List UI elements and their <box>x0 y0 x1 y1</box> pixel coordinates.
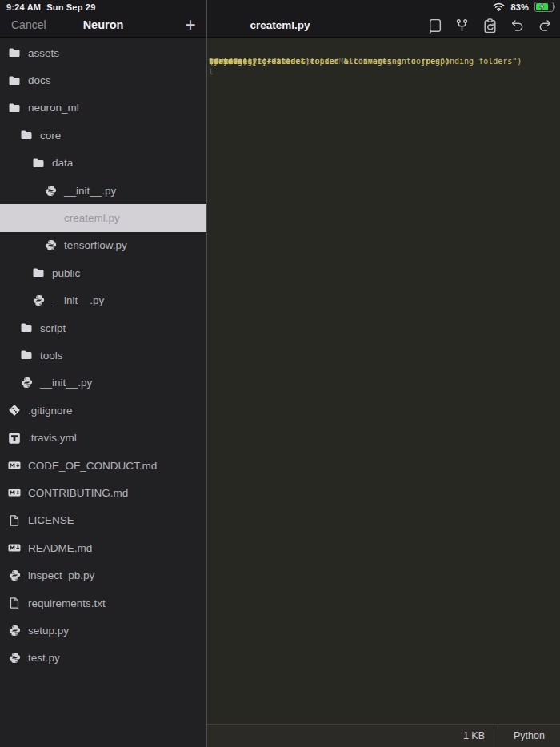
tree-item-assets[interactable]: assets <box>0 39 206 66</box>
folder-icon <box>8 102 21 114</box>
python-icon <box>8 652 21 665</box>
folder-icon <box>20 129 33 142</box>
tree-item-label: public <box>52 267 80 279</box>
tree-item-requirements-txt[interactable]: requirements.txt <box>0 589 206 617</box>
screen: 9:24 AM Sun Sep 29 83% <box>0 0 560 747</box>
folder-icon <box>32 157 45 170</box>
python-icon <box>44 184 57 197</box>
tree-item-contributing-md[interactable]: CONTRIBUTING.md <box>0 479 206 506</box>
folder-icon <box>32 266 45 279</box>
panel-divider <box>206 0 207 747</box>
git-icon <box>8 404 21 417</box>
travis-icon <box>8 432 21 445</box>
clipboard-icon[interactable] <box>481 17 498 34</box>
repository-icon[interactable] <box>426 17 443 34</box>
repo-title: Neuron <box>0 18 206 31</box>
tree-item-core[interactable]: core <box>0 122 206 149</box>
tree-item-label: __init__.py <box>40 377 92 389</box>
tree-item-label: .travis.yml <box>28 432 77 444</box>
tree-item-test-py[interactable]: test.py <box>0 645 206 672</box>
tree-item-label: .gitignore <box>28 405 73 417</box>
tree-item-tensorflow-py[interactable]: tensorflow.py <box>0 232 206 259</box>
add-button[interactable]: + <box>181 14 200 35</box>
python-icon <box>8 569 21 582</box>
tree-item-label: script <box>40 322 66 334</box>
file-tree: assetsdocsneuron_mlcoredata__init__.pycr… <box>0 38 206 747</box>
status-date: Sun Sep 29 <box>46 2 95 12</box>
undo-icon[interactable] <box>509 17 526 34</box>
python-icon <box>8 624 21 637</box>
tree-item-label: data <box>52 157 73 169</box>
tree-item-init-py[interactable]: __init__.py <box>0 177 206 204</box>
tree-item-gitignore[interactable]: .gitignore <box>0 397 206 424</box>
tree-item-label: setup.py <box>28 625 69 637</box>
tree-item-init-py[interactable]: __init__.py <box>0 287 206 314</box>
tree-item-label: README.md <box>28 542 92 554</box>
tree-item-travis-yml[interactable]: .travis.yml <box>0 424 206 451</box>
tree-item-readme-md[interactable]: README.md <box>0 534 206 561</box>
tree-item-label: __init__.py <box>52 294 104 306</box>
tree-item-inspect-pb-py[interactable]: inspect_pb.py <box>0 561 206 589</box>
markdown-icon <box>8 486 21 499</box>
tree-item-label: tools <box>40 350 63 362</box>
tree-item-label: tensorflow.py <box>64 239 127 251</box>
code-line: ccessfully created & copied all images i… <box>206 38 560 67</box>
editor-status-bar: 1 KB Python <box>206 724 560 747</box>
folder-icon <box>20 322 33 334</box>
redo-icon[interactable] <box>536 17 554 34</box>
tree-item-label: neuron_ml <box>28 102 79 114</box>
tree-item-label: CONTRIBUTING.md <box>28 487 128 499</box>
tree-item-label: inspect_pb.py <box>28 569 94 581</box>
python-icon <box>44 239 57 252</box>
tree-item-label: assets <box>28 47 59 59</box>
tree-item-label: docs <box>28 74 51 86</box>
python-icon <box>20 377 33 389</box>
tree-item-init-py[interactable]: __init__.py <box>0 370 206 397</box>
tree-item-tools[interactable]: tools <box>0 342 206 369</box>
tree-item-setup-py[interactable]: setup.py <box>0 617 206 644</box>
tree-item-label: __init__.py <box>64 185 116 197</box>
git-branch-icon[interactable] <box>454 17 471 34</box>
language-selector[interactable]: Python <box>498 730 560 741</box>
markdown-icon <box>8 459 21 472</box>
python-icon <box>44 212 57 225</box>
file-title: createml.py <box>224 19 336 31</box>
status-time: 9:24 AM <box>6 2 41 12</box>
tree-item-label: core <box>40 130 61 142</box>
tree-item-docs[interactable]: docs <box>0 66 206 94</box>
tree-item-createml-py[interactable]: createml.py <box>0 204 206 231</box>
code-line: t <box>209 67 560 78</box>
tree-item-data[interactable]: data <box>0 150 206 177</box>
python-icon <box>32 294 45 307</box>
header: 9:24 AM Sun Sep 29 83% <box>0 0 560 38</box>
markdown-icon <box>8 541 21 554</box>
tree-item-code-of-conduct-md[interactable]: CODE_OF_CONDUCT.md <box>0 452 206 479</box>
file-icon <box>8 597 21 609</box>
tree-item-public[interactable]: public <box>0 259 206 286</box>
folder-icon <box>8 74 21 87</box>
folder-icon <box>8 46 21 59</box>
nav-row: Cancel Neuron + createml.py <box>0 14 560 38</box>
toolbar <box>426 16 554 35</box>
tree-item-neuron-ml[interactable]: neuron_ml <box>0 94 206 122</box>
folder-icon <box>20 349 33 362</box>
tree-item-label: LICENSE <box>28 514 74 526</box>
file-size: 1 KB <box>463 730 485 741</box>
code-editor-pane: --------served-------- verttory) by movi… <box>206 38 560 747</box>
wifi-icon <box>493 2 505 11</box>
tree-item-license[interactable]: LICENSE <box>0 507 206 534</box>
tree-item-label: createml.py <box>64 212 120 224</box>
battery-charging-icon <box>534 2 554 12</box>
tree-item-script[interactable]: script <box>0 314 206 342</box>
battery-percent: 83% <box>510 2 529 12</box>
file-icon <box>8 514 21 527</box>
tree-item-label: test.py <box>28 652 60 664</box>
code-area[interactable]: --------served-------- verttory) by movi… <box>206 38 560 724</box>
status-bar: 9:24 AM Sun Sep 29 83% <box>0 0 560 14</box>
tree-item-label: requirements.txt <box>28 597 106 609</box>
tree-item-label: CODE_OF_CONDUCT.md <box>28 460 157 472</box>
